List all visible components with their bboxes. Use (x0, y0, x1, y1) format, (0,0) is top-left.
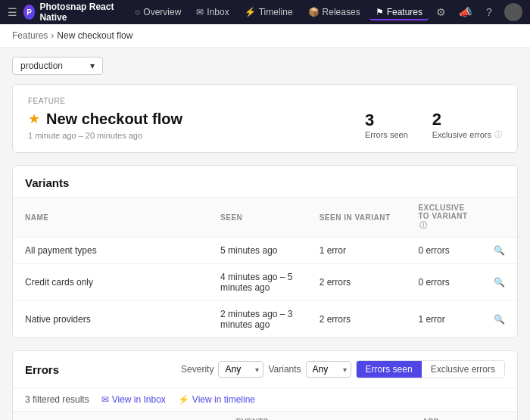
variant-row: Native providers 2 minutes ago – 3 minut… (13, 301, 517, 338)
variant-exclusive: 0 errors (406, 238, 482, 264)
inbox-link-icon: ✉ (101, 394, 109, 405)
variant-name: Credit cards only (13, 264, 208, 301)
errors-title: Errors (25, 363, 59, 376)
features-icon: ⚑ (376, 7, 384, 17)
view-inbox-link[interactable]: ✉ View in Inbox (101, 394, 166, 405)
variant-seen: 2 minutes ago – 3 minutes ago (208, 301, 307, 338)
variant-seen: 4 minutes ago – 5 minutes ago (208, 264, 307, 301)
exclusive-errors-label: Exclusive errors ⓘ (432, 129, 502, 140)
tab-errors-seen[interactable]: Errors seen (357, 361, 422, 378)
col-exclusive-info-icon[interactable]: ⓘ (419, 221, 428, 229)
variant-seen-variant: 2 errors (307, 301, 407, 338)
col-trend: TREND (333, 412, 410, 420)
nav-bar: ☰ P Photosnap React Native ○ Overview ✉ … (0, 0, 530, 24)
feature-star-icon: ★ (28, 110, 40, 127)
variant-search-icon[interactable]: 🔍 (482, 301, 517, 338)
col-app-type: APP TYPE (410, 412, 456, 420)
user-avatar[interactable] (504, 3, 522, 21)
errors-subheader: 3 filtered results ✉ View in Inbox ⚡ Vie… (13, 388, 517, 412)
variants-table-header: NAME SEEN SEEN IN VARIANT EXCLUSIVE TO V… (13, 198, 517, 238)
variant-exclusive: 0 errors (406, 264, 482, 301)
severity-select[interactable]: Any (218, 361, 263, 378)
col-header-seen-variant: SEEN IN VARIANT (307, 198, 407, 238)
variants-title: Variants (13, 166, 517, 198)
nav-item-inbox[interactable]: ✉ Inbox (190, 4, 235, 20)
timeline-icon: ⚡ (245, 7, 256, 17)
feature-title: New checkout flow (46, 110, 182, 128)
col-header-seen: SEEN (208, 198, 307, 238)
col-stage: STAGE (456, 412, 507, 420)
errors-header: Errors Severity Any Variants Any Errors … (13, 351, 517, 388)
nav-item-features[interactable]: ⚑ Features (369, 4, 429, 20)
feature-title-row: ★ New checkout flow (28, 110, 182, 128)
tab-exclusive-errors[interactable]: Exclusive errors (422, 361, 504, 378)
view-timeline-link[interactable]: ⚡ View in timeline (178, 394, 255, 405)
variants-label: Variants (268, 364, 301, 375)
settings-button[interactable]: ⚙ (432, 3, 450, 21)
releases-icon: 📦 (308, 7, 320, 17)
variants-table: NAME SEEN SEEN IN VARIANT EXCLUSIVE TO V… (13, 198, 517, 338)
main-content: production ▾ FEATURE ★ New checkout flow… (0, 48, 530, 420)
nav-right: ⚙ 📣 ? (432, 3, 522, 21)
col-users: USERS (281, 412, 333, 420)
inbox-icon: ✉ (196, 7, 204, 17)
variant-name: Native providers (13, 301, 208, 338)
filter-group: Severity Any Variants Any Errors seen Ex… (181, 360, 505, 378)
feature-card-inner: ★ New checkout flow 1 minute ago – 20 mi… (28, 110, 502, 140)
chevron-down-icon: ▾ (90, 61, 95, 71)
variants-select[interactable]: Any (306, 361, 351, 378)
nav-item-overview[interactable]: ○ Overview (129, 4, 187, 20)
col-header-name: NAME (13, 198, 208, 238)
feature-stats: 3 Errors seen 2 Exclusive errors ⓘ (365, 110, 502, 140)
results-count: 3 filtered results (25, 394, 89, 405)
severity-label: Severity (181, 364, 214, 375)
announcements-button[interactable]: 📣 (456, 3, 474, 21)
col-events: EVENTS ↕ (224, 412, 281, 420)
variants-card: Variants NAME SEEN SEEN IN VARIANT EXCLU… (12, 165, 518, 338)
nav-logo: P Photosnap React Native (23, 2, 120, 23)
col-error: ERROR (13, 412, 158, 420)
variant-row: All payment types 5 minutes ago 1 error … (13, 238, 517, 264)
errors-tab-group: Errors seen Exclusive errors (356, 360, 505, 378)
errors-table-header: ERROR VARIANTS EVENTS ↕ USERS TREND APP … (13, 412, 518, 420)
info-icon[interactable]: ⓘ (494, 129, 502, 140)
variant-search-icon[interactable]: 🔍 (482, 238, 517, 264)
errors-seen-label: Errors seen (365, 130, 408, 139)
col-header-exclusive: EXCLUSIVE TO VARIANT ⓘ (406, 198, 482, 238)
breadcrumb: Features › New checkout flow (0, 24, 530, 48)
variant-seen: 5 minutes ago (208, 238, 307, 264)
breadcrumb-separator: › (51, 30, 54, 41)
feature-label: FEATURE (28, 97, 502, 105)
errors-table: ERROR VARIANTS EVENTS ↕ USERS TREND APP … (13, 412, 518, 420)
feature-info: ★ New checkout flow 1 minute ago – 20 mi… (28, 110, 182, 140)
errors-seen-number: 3 (365, 110, 374, 130)
overview-icon: ○ (135, 7, 140, 17)
nav-item-timeline[interactable]: ⚡ Timeline (238, 4, 299, 20)
logo-text: Photosnap React Native (39, 2, 120, 23)
hamburger-menu[interactable]: ☰ (8, 6, 17, 18)
exclusive-errors-stat: 2 Exclusive errors ⓘ (432, 110, 502, 140)
variant-seen-variant: 2 errors (307, 264, 407, 301)
environment-dropdown[interactable]: production ▾ (12, 57, 103, 75)
errors-card: Errors Severity Any Variants Any Errors … (12, 350, 518, 420)
severity-select-wrap: Any (218, 361, 263, 378)
feature-time: 1 minute ago – 20 minutes ago (28, 131, 182, 140)
timeline-link-icon: ⚡ (178, 394, 189, 405)
breadcrumb-current: New checkout flow (57, 30, 132, 41)
variant-seen-variant: 1 error (307, 238, 407, 264)
variants-select-wrap: Any (306, 361, 351, 378)
exclusive-errors-number: 2 (432, 110, 441, 129)
breadcrumb-parent[interactable]: Features (12, 30, 48, 41)
variant-name: All payment types (13, 238, 208, 264)
nav-item-releases[interactable]: 📦 Releases (302, 4, 366, 20)
variant-search-icon[interactable]: 🔍 (482, 264, 517, 301)
col-header-action (482, 198, 517, 238)
logo-icon: P (23, 5, 35, 20)
col-severity: SEVERITY (507, 412, 518, 420)
col-variants: VARIANTS (158, 412, 224, 420)
environment-value: production (20, 61, 63, 71)
variant-row: Credit cards only 4 minutes ago – 5 minu… (13, 264, 517, 301)
feature-card: FEATURE ★ New checkout flow 1 minute ago… (12, 84, 518, 153)
variant-exclusive: 1 error (406, 301, 482, 338)
help-button[interactable]: ? (480, 3, 498, 21)
